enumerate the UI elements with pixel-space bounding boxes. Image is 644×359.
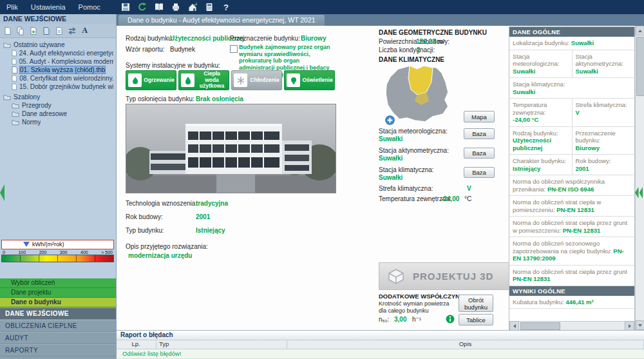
module-obliczenia-cieplne[interactable]: OBLICZENIA CIEPLNE	[0, 320, 116, 332]
module-audyt[interactable]: AUDYT	[0, 332, 116, 344]
transfer-icon[interactable]	[67, 26, 77, 35]
stacja-klimat-value[interactable]: Suwałki	[379, 174, 402, 181]
energy-scale-ticks: 0 100 200 300 400 > 500	[1, 249, 114, 255]
nav-dane-projektu[interactable]: Dane projektu	[0, 288, 116, 298]
tree-item-label: 15. Dobór grzejników budynek wielor	[19, 83, 113, 90]
document-copy-icon[interactable]	[54, 26, 64, 35]
baza-aktyno-button[interactable]: Baza	[464, 148, 495, 159]
report-book-icon[interactable]	[153, 1, 165, 13]
summary-label: Kubatura budynku:	[513, 298, 564, 306]
menu-pomoc[interactable]: Pomoc	[72, 0, 107, 14]
tree-item-recent-2[interactable]: 05. Audyt - Kompleksowa modernizacja	[1, 57, 115, 66]
folder-icon	[3, 93, 11, 101]
home-icon[interactable]	[187, 1, 198, 13]
document-icon[interactable]	[3, 26, 12, 35]
budynek-administracji-checkbox[interactable]	[230, 45, 238, 53]
nav-dane-o-budynku[interactable]: Dane o budynku	[0, 298, 116, 307]
system-oswietlenie-toggle[interactable]: Oświetlenie	[284, 70, 335, 90]
scale-tick: > 500	[101, 249, 113, 255]
help-icon[interactable]: ?	[220, 1, 232, 13]
info-icon[interactable]	[446, 315, 455, 325]
printer-icon[interactable]	[170, 1, 182, 13]
summary-value: PN-EN ISO 6946	[547, 186, 594, 193]
tree-node-templates[interactable]: Szablony	[1, 93, 115, 101]
tree-item-dane-adresowe[interactable]: Dane adresowe	[1, 110, 115, 118]
summary-value: -24,00 °C	[513, 116, 569, 124]
nav-wybor-obliczen[interactable]: Wybór obliczeń	[0, 278, 116, 288]
module-nav: DANE WEJŚCIOWE OBLICZENIA CIEPLNE AUDYT …	[0, 307, 116, 359]
tree-item-recent-1[interactable]: 24. Audyt efektywności energetycznej,	[1, 49, 115, 57]
save-icon[interactable]	[120, 1, 131, 13]
scroll-left-arrow[interactable]	[509, 321, 519, 330]
typ-budynku-value[interactable]: Istniejący	[196, 227, 225, 234]
menu-ustawienia[interactable]: Ustawienia	[24, 0, 72, 14]
menu-plik[interactable]: Plik	[0, 0, 24, 14]
calculator-icon[interactable]	[204, 1, 215, 13]
summary-value: PN-EN 12831	[563, 227, 601, 234]
przeznaczenie-label: Przeznaczenie budynku:	[230, 35, 300, 42]
projektuj-3d-button[interactable]: PROJEKTUJ 3D	[379, 262, 515, 290]
stacja-meteo-value[interactable]: Suwałki	[379, 135, 402, 142]
sidebar-title: DANE WEJŚCIOWE	[0, 14, 116, 24]
baza-klimat-button[interactable]: Baza	[464, 167, 495, 178]
refresh-icon[interactable]	[137, 1, 148, 13]
summary-value: Suwałki	[576, 68, 632, 75]
tree-item-recent-5[interactable]: 15. Dobór grzejników budynek wielor	[1, 82, 115, 91]
energy-scale-gradient	[1, 255, 114, 262]
tree-item-normy[interactable]: Normy	[1, 118, 115, 126]
summary-row-stacje: Stacja meteorologiczna: Suwałki Stacja a…	[509, 50, 634, 79]
wzor-raportu-label: Wzór raportu:	[126, 46, 165, 53]
dane-ogolne-header: DANE OGÓLNE	[509, 27, 634, 37]
kondygnacje-value[interactable]: 2	[417, 46, 421, 53]
oslona-value[interactable]: Brak osłonięcia	[196, 95, 243, 102]
hscroll-thumb[interactable]	[520, 322, 560, 330]
wzor-raportu-value[interactable]: Budynek	[170, 46, 195, 53]
tree-item-przegrody[interactable]: Przegrody	[1, 101, 115, 110]
tablice-button[interactable]: Tablice	[459, 314, 493, 325]
technologia-value[interactable]: tradycyjna	[196, 200, 228, 207]
tree-node-label: Szablony	[14, 93, 40, 101]
font-icon[interactable]: A	[80, 26, 90, 35]
przeznaczenie-value[interactable]: Biurowy	[301, 35, 326, 42]
module-raporty[interactable]: RAPORTY	[0, 344, 116, 356]
summary-label: Strefa klimatyczna:	[576, 101, 627, 108]
opis-rozwiazania-label: Opis przyjętego rozwiązania:	[126, 243, 208, 250]
module-dane-wejsciowe[interactable]: DANE WEJŚCIOWE	[0, 307, 116, 320]
tab-dane-o-budynku[interactable]: Dane o budynku - Audyt efektywności ener…	[118, 15, 325, 26]
baza-meteo-button[interactable]: Baza	[464, 128, 495, 139]
tree-item-recent-3[interactable]: 01. Szkoła wyższa (chłód).thb	[1, 66, 115, 74]
n50-value[interactable]: 3,00	[394, 316, 406, 323]
right-vscrollbar[interactable]	[635, 26, 644, 330]
opis-rozwiazania-value[interactable]: modernizacja urzędu	[128, 252, 192, 259]
scale-tick: 300	[60, 249, 68, 255]
stacja-aktyno-value[interactable]: Suwałki	[379, 155, 402, 162]
energy-scale-marker[interactable]	[23, 242, 30, 247]
document-blue-icon[interactable]	[41, 26, 51, 35]
tree-item-label: Normy	[22, 119, 41, 126]
scroll-down-arrow[interactable]	[636, 320, 644, 330]
summary-value: Użyteczności publicznej	[513, 137, 569, 151]
rok-budowy-value[interactable]: 2001	[196, 213, 210, 220]
vscroll-thumb[interactable]	[636, 37, 644, 96]
obrot-budynku-button[interactable]: Obrót budynku	[459, 295, 493, 312]
scroll-right-arrow[interactable]	[625, 321, 634, 330]
scroll-up-arrow[interactable]	[636, 26, 644, 35]
mapa-button[interactable]: Mapa	[464, 111, 495, 122]
system-ogrzewanie-toggle[interactable]: Ogrzewanie	[126, 70, 176, 90]
tree-node-recent[interactable]: Ostatnio używane	[1, 41, 115, 49]
map-zoom-in-button[interactable]	[385, 115, 395, 125]
system-label: Ciepła woda użytkowa	[196, 71, 229, 90]
documents-icon[interactable]	[15, 26, 25, 35]
system-cwu-toggle[interactable]: Ciepła woda użytkowa	[178, 70, 229, 90]
folder-icon	[12, 119, 19, 126]
powierzchnia-value[interactable]: 126,23	[416, 38, 436, 45]
tree-item-recent-4[interactable]: 08. Certyfikat dom wielorodzinny.thb	[1, 74, 115, 82]
system-chlodzenie-toggle[interactable]: Chłodzenie	[231, 70, 282, 90]
cube-3d-icon	[387, 267, 405, 286]
summary-hscrollbar[interactable]	[509, 321, 634, 330]
summary-row-norma-2: Norma do obliczeń strat ciepła w pomiesz…	[509, 196, 634, 217]
refresh-errors-row[interactable]: Odśwież listę błędów!	[116, 349, 644, 359]
collapse-right-panel-arrow[interactable]	[635, 187, 643, 199]
document-add-icon[interactable]	[28, 26, 38, 35]
system-label: Ogrzewanie	[144, 77, 176, 84]
